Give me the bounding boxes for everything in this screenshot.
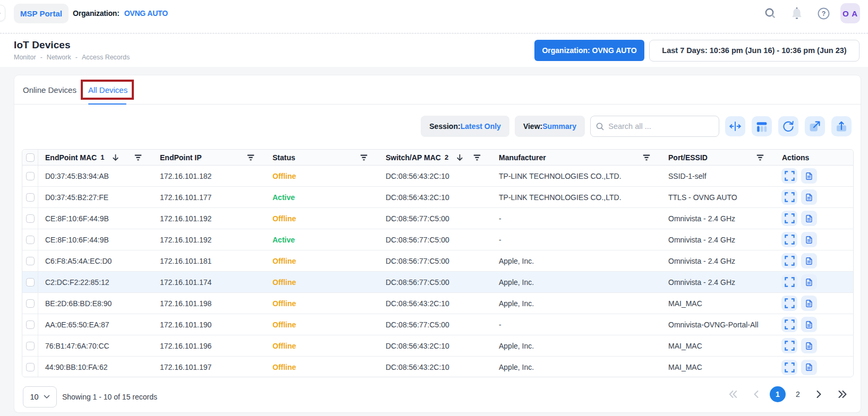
row-details-button[interactable] — [801, 274, 817, 290]
table-row[interactable]: 76:B1:47:6A:70:CC 172.16.101.196 Offline… — [22, 335, 853, 357]
page-button-2[interactable]: 2 — [790, 386, 806, 402]
sort-desc-arrow-icon[interactable] — [112, 154, 119, 161]
view-filter-pill[interactable]: View:Summary — [515, 116, 585, 137]
table-row[interactable]: CE:8F:10:6F:44:9B 172.16.101.192 Offline… — [22, 208, 853, 229]
row-details-button[interactable] — [801, 338, 817, 353]
tab-all-devices[interactable]: All Devices — [88, 85, 127, 94]
search-input[interactable] — [608, 122, 713, 131]
filter-icon[interactable] — [473, 154, 481, 161]
row-checkbox[interactable] — [26, 172, 35, 180]
row-checkbox[interactable] — [26, 214, 35, 223]
sort-desc-arrow-icon[interactable] — [456, 154, 463, 161]
content-card: Online Devices All Devices Session:Lates… — [14, 75, 861, 412]
cell-manufacturer: TP-LINK TECHNOLOGIES CO.,LTD. — [492, 172, 661, 180]
breadcrumb-item-network[interactable]: Network — [47, 54, 71, 61]
document-icon — [806, 363, 812, 371]
expand-row-button[interactable] — [781, 253, 797, 268]
table-row[interactable]: CE:8F:10:6F:44:9B 172.16.101.192 Active … — [22, 229, 853, 250]
last-page-button[interactable] — [838, 390, 847, 398]
page-button-1[interactable]: 1 — [770, 386, 786, 402]
row-details-button[interactable] — [801, 296, 817, 311]
row-details-button[interactable] — [801, 253, 817, 268]
open-in-new-icon — [809, 120, 821, 133]
column-header-switch-ap-mac[interactable]: Switch/AP MAC 2 — [379, 150, 492, 165]
row-checkbox[interactable] — [26, 278, 35, 287]
expand-row-button[interactable] — [781, 232, 797, 247]
date-range-picker[interactable]: Last 7 Days: 10:36 pm (Jun 16) - 10:36 p… — [649, 40, 860, 62]
row-details-button[interactable] — [801, 168, 817, 184]
table-row[interactable]: BE:2D:6B:BD:E8:90 172.16.101.198 Offline… — [22, 293, 853, 314]
row-checkbox[interactable] — [26, 257, 35, 265]
expand-row-button[interactable] — [781, 274, 797, 290]
expand-row-button[interactable] — [781, 189, 797, 205]
filter-icon[interactable] — [360, 154, 368, 161]
open-in-new-button[interactable] — [805, 116, 825, 136]
column-header-endpoint-mac[interactable]: EndPoint MAC 1 — [38, 150, 153, 165]
row-checkbox[interactable] — [26, 342, 35, 350]
row-details-button[interactable] — [801, 211, 817, 226]
row-details-button[interactable] — [801, 317, 817, 332]
cell-switch-ap-mac: DC:08:56:43:2C:10 — [379, 342, 492, 350]
fullscreen-icon — [785, 171, 795, 181]
expand-row-button[interactable] — [781, 296, 797, 311]
row-checkbox-cell — [22, 314, 38, 335]
msp-portal-button[interactable]: MSP Portal — [14, 4, 69, 23]
refresh-button[interactable] — [778, 116, 798, 136]
table-row[interactable]: D0:37:45:B2:27:FE 172.16.101.177 Active … — [22, 187, 853, 208]
expand-row-button[interactable] — [781, 168, 797, 184]
help-icon[interactable]: ? — [818, 7, 830, 20]
columns-icon — [755, 120, 768, 133]
select-all-checkbox[interactable] — [26, 153, 35, 162]
organization-filter-button[interactable]: Organization: OVNG AUTO — [534, 40, 644, 61]
next-page-button[interactable] — [816, 390, 822, 398]
previous-page-button[interactable] — [753, 390, 759, 398]
table-row[interactable]: C6:F8:A5:4A:EC:D0 172.16.101.181 Offline… — [22, 250, 853, 272]
first-page-button[interactable] — [729, 390, 737, 398]
fit-columns-icon — [729, 120, 742, 133]
column-header-manufacturer[interactable]: Manufacturer — [492, 150, 661, 165]
table-row[interactable]: D0:37:45:B3:94:AB 172.16.101.182 Offline… — [22, 166, 853, 187]
expand-row-button[interactable] — [781, 360, 797, 375]
table-row[interactable]: 44:90:BB:10:FA:62 172.16.101.197 Offline… — [22, 357, 853, 377]
session-filter-pill[interactable]: Session:Latest Only — [421, 116, 509, 137]
cell-port-essid: Omnivista - 2.4 GHz — [661, 236, 775, 244]
row-details-button[interactable] — [801, 360, 817, 375]
table-row[interactable]: AA:0E:65:50:EA:87 172.16.101.190 Offline… — [22, 314, 853, 335]
row-details-button[interactable] — [801, 232, 817, 247]
column-header-status[interactable]: Status — [266, 150, 379, 165]
cell-status: Offline — [266, 278, 379, 287]
expand-row-button[interactable] — [781, 211, 797, 226]
filter-icon[interactable] — [247, 154, 254, 161]
row-checkbox[interactable] — [26, 236, 35, 244]
columns-button[interactable] — [752, 116, 772, 136]
row-details-button[interactable] — [801, 189, 817, 205]
tab-online-devices[interactable]: Online Devices — [23, 85, 76, 94]
column-header-port-essid[interactable]: Port/ESSID — [661, 150, 775, 165]
breadcrumb-item-access-records[interactable]: Access Records — [82, 54, 130, 61]
search-icon[interactable] — [764, 7, 776, 19]
sidebar-collapse-button[interactable] — [0, 5, 5, 21]
filter-icon[interactable] — [643, 154, 650, 161]
avatar[interactable]: O A — [840, 3, 860, 23]
row-checkbox[interactable] — [26, 363, 35, 371]
document-icon — [806, 194, 812, 201]
table-row[interactable]: C2:DC:F2:22:85:12 172.16.101.174 Offline… — [22, 272, 853, 293]
organization-link[interactable]: OVNG AUTO — [124, 9, 168, 18]
row-checkbox[interactable] — [26, 193, 35, 202]
top-bar: MSP Portal Organization: OVNG AUTO ? O A — [0, 0, 868, 33]
breadcrumb-item-monitor[interactable]: Monitor — [14, 54, 36, 61]
fit-columns-button[interactable] — [725, 116, 745, 136]
active-tab-underline — [88, 103, 126, 105]
row-checkbox[interactable] — [26, 320, 35, 329]
upload-button[interactable] — [831, 116, 852, 136]
page-size-select[interactable]: 10 — [23, 386, 57, 408]
breadcrumb-separator: - — [75, 54, 78, 61]
notifications-bell-icon[interactable] — [791, 7, 803, 20]
filter-icon[interactable] — [134, 154, 142, 161]
row-checkbox[interactable] — [26, 299, 35, 308]
expand-row-button[interactable] — [781, 317, 797, 332]
cell-actions — [775, 232, 853, 247]
column-header-endpoint-ip[interactable]: EndPoint IP — [153, 150, 266, 165]
filter-icon[interactable] — [756, 154, 764, 161]
expand-row-button[interactable] — [781, 338, 797, 353]
